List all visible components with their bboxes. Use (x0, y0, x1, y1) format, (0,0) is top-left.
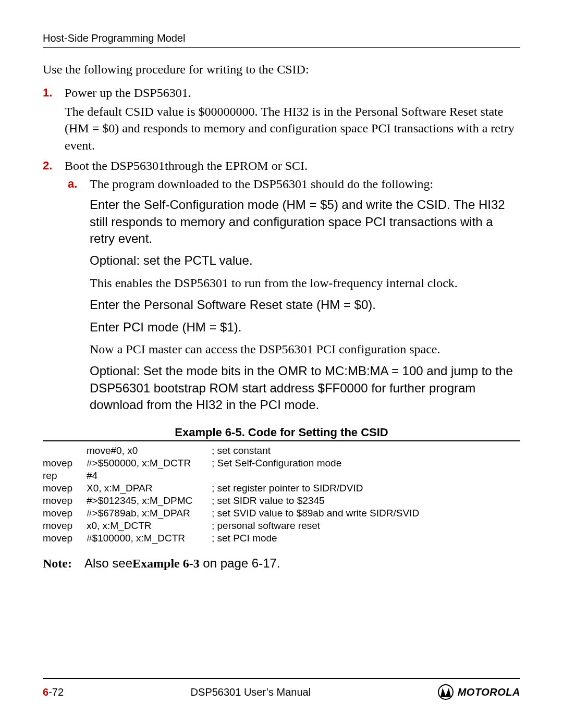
sub-list: a. The program downloaded to the DSP5630… (68, 177, 520, 413)
code-row: move#0, x0 ; set constant (43, 445, 419, 457)
code-col-op: movep (43, 495, 87, 507)
code-row: movep #>$012345, x:M_DPMC ; set SIDR val… (43, 495, 419, 507)
code-col-op: movep (43, 532, 87, 545)
code-col-args: X0, x:M_DPAR (87, 482, 212, 495)
code-col-op: movep (43, 457, 87, 470)
code-row: movep #>$6789ab, x:M_DPAR ; set SVID val… (43, 507, 419, 520)
code-col-args: #>$500000, x:M_DCTR (87, 457, 212, 470)
code-col-args: x0, x:M_DCTR (87, 520, 212, 532)
example-rule (43, 440, 520, 441)
code-col-op: rep (43, 470, 87, 482)
motorola-wordmark: MOTOROLA (458, 686, 520, 698)
footer-rule (43, 678, 520, 679)
item-number: 1. (43, 86, 52, 100)
code-col-comment: ; Set Self-Configuration mode (212, 457, 419, 470)
page-footer: 6-72 DSP56301 User’s Manual MOTOROLA (43, 678, 520, 700)
sub-a-block-1: Enter the Self-Configuration mode (HM = … (90, 196, 520, 247)
code-col-op: movep (43, 520, 87, 532)
footer-page: -72 (48, 686, 64, 698)
code-col-comment: ; set SVID value to $89ab and write SIDR… (212, 507, 419, 520)
procedure-list: 1. Power up the DSP56301. The default CS… (43, 86, 520, 413)
intro-paragraph: Use the following procedure for writing … (43, 63, 520, 77)
code-row: movep #>$500000, x:M_DCTR ; Set Self-Con… (43, 457, 419, 470)
sub-a-block-2: Optional: set the PCTL value. (90, 252, 520, 269)
sub-a-lead: The program downloaded to the DSP56301 s… (90, 177, 433, 191)
item-1-lead: Power up the DSP56301. (65, 86, 191, 100)
sub-a-block-5: Enter PCI mode (HM = $1). (90, 319, 520, 336)
code-row: movep x0, x:M_DCTR ; personal software r… (43, 520, 419, 532)
code-row: movep X0, x:M_DPAR ; set register pointe… (43, 482, 419, 495)
note-post: on page 6-17. (200, 556, 280, 570)
code-col-comment: ; set register pointer to SIDR/DVID (212, 482, 419, 495)
code-col-op: movep (43, 507, 87, 520)
sub-a-block-7: Optional: Set the mode bits in the OMR t… (90, 363, 520, 413)
code-col-comment: ; set SIDR value to $2345 (212, 495, 419, 507)
item-1-body: The default CSID value is $00000000. The… (65, 103, 520, 154)
code-col-comment (212, 470, 419, 482)
code-col-args: #>$6789ab, x:M_DPAR (87, 507, 212, 520)
code-col-args: #$100000, x:M_DCTR (87, 532, 212, 545)
footer-page-number: 6-72 (43, 686, 64, 698)
code-col-comment: ; set constant (212, 445, 419, 457)
sub-a-block-3: This enables the DSP56301 to run from th… (90, 275, 520, 291)
note-label: Note: (43, 557, 72, 570)
note-line: Note: Also seeExample 6-3 on page 6-17. (43, 556, 520, 571)
note-pre: Also see (84, 556, 132, 570)
page: Host-Side Programming Model Use the foll… (0, 0, 563, 728)
procedure-item-1: 1. Power up the DSP56301. The default CS… (43, 86, 520, 154)
item-2-lead: Boot the DSP56301through the EPROM or SC… (65, 159, 520, 173)
sub-a-block-6: Now a PCI master can access the DSP56301… (90, 341, 520, 357)
code-col-args: #>$012345, x:M_DPMC (87, 495, 212, 507)
example-title: Example 6-5. Code for Setting the CSID (43, 426, 520, 439)
code-row: rep #4 (43, 470, 419, 482)
footer-title: DSP56301 User’s Manual (191, 686, 311, 698)
item-number: 2. (43, 159, 52, 172)
sub-item-a: a. The program downloaded to the DSP5630… (68, 177, 520, 413)
footer-brand: MOTOROLA (438, 684, 520, 700)
code-col-comment: ; personal software reset (212, 520, 419, 532)
code-listing: move#0, x0 ; set constant movep #>$50000… (43, 445, 419, 545)
running-header: Host-Side Programming Model (43, 32, 520, 48)
code-col-op (43, 445, 87, 457)
note-xref: Example 6-3 (132, 557, 200, 570)
footer-chapter: 6 (43, 686, 48, 698)
code-col-args: #4 (87, 470, 212, 482)
procedure-item-2: 2. Boot the DSP56301through the EPROM or… (43, 159, 520, 413)
motorola-logo-icon (438, 684, 454, 700)
code-col-args: move#0, x0 (87, 445, 212, 457)
code-row: movep #$100000, x:M_DCTR ; set PCI mode (43, 532, 419, 545)
sub-item-number: a. (68, 177, 77, 191)
sub-a-block-4: Enter the Personal Software Reset state … (90, 297, 520, 313)
code-col-op: movep (43, 482, 87, 495)
code-col-comment: ; set PCI mode (212, 532, 419, 545)
